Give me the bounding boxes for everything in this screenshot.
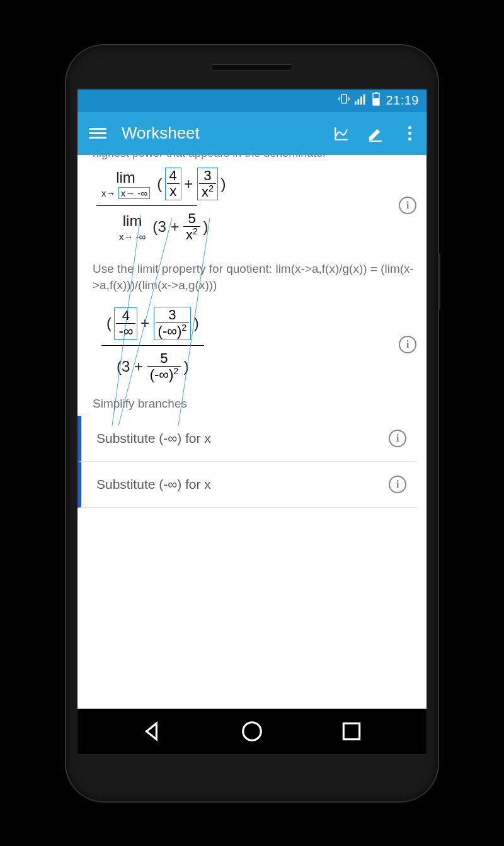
lim-text: lim <box>119 212 146 230</box>
phone-speaker <box>211 64 293 71</box>
status-bar: 21:19 <box>77 89 427 112</box>
substep-row[interactable]: Substitute (-∞) for x i <box>77 462 416 508</box>
signal-icon <box>354 92 368 109</box>
screen: 21:19 Worksheet highest power that appea… <box>77 89 427 754</box>
fraction-4-neginf: 4 -∞ <box>114 307 137 340</box>
svg-rect-0 <box>341 94 346 103</box>
svg-rect-5 <box>355 101 357 105</box>
svg-point-16 <box>243 722 261 740</box>
home-button[interactable] <box>240 719 264 743</box>
math-step-1: lim x→ x→ -∞ ( 4 x + 3 <box>93 160 416 251</box>
page-title: Worksheet <box>122 123 333 143</box>
svg-rect-6 <box>358 99 360 105</box>
plot-icon[interactable] <box>333 125 350 142</box>
back-button[interactable] <box>140 719 164 743</box>
more-icon[interactable] <box>401 125 418 142</box>
fraction-5-neginf2: 5 (-∞)2 <box>147 351 181 383</box>
edit-icon[interactable] <box>367 125 384 142</box>
menu-icon[interactable] <box>89 125 106 142</box>
lim-text: lim <box>101 169 150 186</box>
info-icon[interactable]: i <box>389 476 406 493</box>
substep-text: Substitute (-∞) for x <box>96 477 389 492</box>
content-area[interactable]: highest power that appears in the denomi… <box>77 155 427 709</box>
svg-rect-7 <box>361 96 363 105</box>
substep-text: Substitute (-∞) for x <box>96 431 389 446</box>
phone-frame: 21:19 Worksheet highest power that appea… <box>66 45 438 801</box>
status-time: 21:19 <box>386 93 419 108</box>
battery-icon <box>372 92 381 109</box>
step-description-cutoff: highest power that appears in the denomi… <box>93 155 416 160</box>
info-icon[interactable]: i <box>399 336 416 353</box>
phone-side-button <box>438 253 440 310</box>
overview-button[interactable] <box>340 719 364 743</box>
info-icon[interactable]: i <box>389 430 406 447</box>
lim-sub: x→ x→ -∞ <box>101 188 150 198</box>
fraction-3-x2: 3 x2 <box>197 168 218 201</box>
fraction-4-x: 4 x <box>165 168 181 200</box>
substep-row[interactable]: Substitute (-∞) for x i <box>77 416 416 462</box>
svg-rect-17 <box>343 723 359 739</box>
fraction-3-neginf2: 3 (-∞)2 <box>154 307 192 340</box>
vibrate-icon <box>338 93 350 108</box>
math-step-2: ( 4 -∞ + 3 (-∞)2 <box>93 299 416 390</box>
fraction-5-x2: 5 x2 <box>183 211 200 243</box>
svg-rect-8 <box>364 94 365 105</box>
simplify-label: Simplify branches <box>93 397 416 416</box>
step-description-quotient: Use the limit property for quotient: lim… <box>93 261 416 293</box>
app-bar: Worksheet <box>77 112 427 155</box>
info-icon[interactable]: i <box>399 197 416 214</box>
lim-sub: x→ -∞ <box>119 231 146 242</box>
navigation-bar <box>77 709 427 754</box>
svg-rect-11 <box>373 98 379 105</box>
